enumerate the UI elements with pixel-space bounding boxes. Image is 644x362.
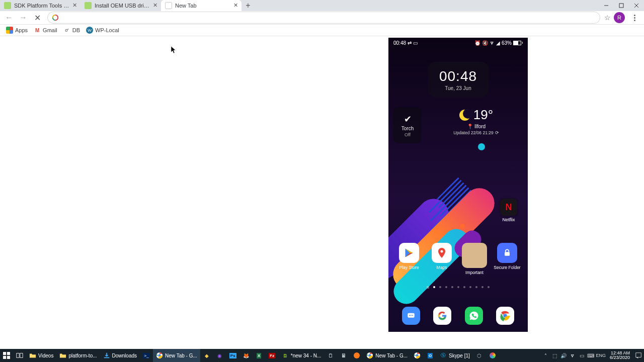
bookmarks-bar: Apps MGmail σ'DB WWP-Local <box>0 25 644 36</box>
netflix-app[interactable]: N Netflix <box>497 199 521 222</box>
back-button[interactable]: ← <box>3 12 15 24</box>
page-dot[interactable] <box>463 286 465 288</box>
dock-chrome[interactable] <box>496 307 514 325</box>
action-center-icon[interactable] <box>634 351 643 360</box>
forward-button[interactable]: → <box>17 12 29 24</box>
taskbar-clock[interactable]: 12:48 AM 6/23/2020 <box>607 351 633 360</box>
tray-lang[interactable]: ENG <box>596 351 606 359</box>
taskbar-item-dl[interactable]: Downloads <box>100 349 140 362</box>
taskbar-item-note[interactable]: 🗒 <box>324 349 337 362</box>
taskbar-item-folder[interactable]: Videos <box>26 349 56 362</box>
gmail-icon: M <box>34 27 41 34</box>
taskbar-item-fz[interactable]: Fz <box>266 349 279 362</box>
wp-bookmark[interactable]: WWP-Local <box>83 27 122 34</box>
wifi-icon: ⛛ <box>490 40 495 46</box>
tray-volume-icon[interactable]: 🔊 <box>559 351 568 359</box>
android-icon <box>4 2 11 9</box>
taskbar-item-chrome[interactable]: New Tab - G... <box>363 349 411 362</box>
excel-icon: X <box>256 352 263 359</box>
taskbar-item-diamond[interactable]: ◆ <box>200 349 213 362</box>
gmail-bookmark[interactable]: MGmail <box>31 27 60 34</box>
taskbar-item-chrome[interactable] <box>411 349 424 362</box>
bookmark-star-icon[interactable]: ☆ <box>604 14 611 22</box>
close-tab-icon[interactable]: ✕ <box>152 2 158 8</box>
page-dot[interactable] <box>475 286 477 288</box>
taskbar-item-taskview[interactable] <box>13 349 26 362</box>
page-dot[interactable] <box>433 286 435 288</box>
svg-rect-1 <box>619 4 623 8</box>
app-label: Important <box>465 270 484 275</box>
apps-shortcut[interactable]: Apps <box>3 27 31 34</box>
omnibox[interactable] <box>47 12 600 24</box>
page-dot[interactable] <box>445 286 447 288</box>
taskbar-item-folder[interactable]: platform-to... <box>56 349 100 362</box>
maximize-button[interactable] <box>614 0 629 11</box>
page-dot[interactable] <box>439 286 441 288</box>
weather-widget[interactable]: 19° 📍Ilford Updated 22/06 21:29⟳ <box>430 107 523 135</box>
taskbar-item-calc[interactable]: 🖩 <box>337 349 350 362</box>
alarm-icon: ⏰ <box>474 40 480 46</box>
app-label: Secure Folder <box>494 265 520 270</box>
clock-time: 00:48 <box>439 68 477 84</box>
address-input[interactable] <box>62 14 596 22</box>
chrome-menu-icon[interactable] <box>630 15 639 21</box>
new-tab-button[interactable]: + <box>242 0 255 11</box>
dock-google[interactable] <box>433 307 451 325</box>
db-bookmark[interactable]: σ'DB <box>60 27 83 34</box>
taskbar-label: Skype [1] <box>449 353 470 358</box>
maps-app[interactable]: Maps <box>430 243 454 275</box>
phone-status-bar: 00:48 ⇄ ▭ ⏰ 🔇 ⛛ ◢ 63% <box>388 38 528 48</box>
profile-avatar[interactable]: R <box>614 12 625 23</box>
taskbar-item-outlook[interactable]: O <box>424 349 437 362</box>
taskbar-item-figma[interactable]: ◉ <box>213 349 226 362</box>
taskbar-item-skype[interactable]: ⓈSkype [1] <box>437 349 473 362</box>
chrome-icon <box>366 352 373 359</box>
torch-icon: ✔ <box>404 114 412 125</box>
page-dot[interactable] <box>488 286 490 288</box>
firefox-icon: 🦊 <box>243 352 250 359</box>
folder-icon <box>59 352 66 359</box>
taskbar-item-chrome[interactable]: New Tab - G... <box>153 349 200 362</box>
svg-point-10 <box>412 315 413 316</box>
page-dot[interactable] <box>451 286 453 288</box>
taskbar-item-cube[interactable]: ⬡ <box>473 349 486 362</box>
weather-temp: 19° <box>473 107 493 123</box>
dock-whatsapp[interactable] <box>465 307 483 325</box>
page-indicator[interactable] <box>388 286 528 289</box>
dock-messages[interactable] <box>402 307 420 325</box>
taskbar-item-resolve[interactable] <box>486 349 499 362</box>
tray-chevron-up-icon[interactable]: ˄ <box>541 351 549 359</box>
taskbar-item-firefox[interactable]: 🦊 <box>239 349 253 362</box>
tray-network-icon[interactable]: ⛛ <box>569 351 577 359</box>
svg-rect-25 <box>636 353 641 357</box>
torch-widget[interactable]: ✔ Torch Off <box>393 107 422 143</box>
page-dot[interactable] <box>427 286 429 289</box>
taskbar-item-npp[interactable]: 🗎*new 34 - N... <box>279 349 325 362</box>
taskbar-item-ps2[interactable]: Ps <box>226 349 239 362</box>
close-window-button[interactable] <box>629 0 644 11</box>
page-dot[interactable] <box>457 286 459 288</box>
win-icon <box>3 352 10 359</box>
page-dot[interactable] <box>481 286 484 288</box>
stop-reload-button[interactable]: ✕ <box>31 12 43 24</box>
taskbar-item-win[interactable] <box>0 349 13 362</box>
close-tab-icon[interactable]: ✕ <box>71 2 77 8</box>
minimize-button[interactable] <box>599 0 614 11</box>
tray-battery-icon[interactable]: ▭ <box>578 351 586 359</box>
taskbar-item-excel[interactable]: X <box>253 349 266 362</box>
secure-folder-app[interactable]: Secure Folder <box>495 243 519 275</box>
tray-keyboard-icon[interactable]: ⌨ <box>587 351 595 359</box>
tab-newtab[interactable]: New Tab ✕ <box>161 0 242 11</box>
tab-title: New Tab <box>175 3 231 9</box>
tray-icon[interactable]: ⬚ <box>550 351 558 359</box>
location-pin-icon: 📍 <box>467 124 473 129</box>
taskbar-item-orange[interactable] <box>350 349 363 362</box>
taskbar-item-ps[interactable]: >_ <box>140 349 153 362</box>
close-tab-icon[interactable]: ✕ <box>232 2 238 8</box>
play-store-app[interactable]: Play Store <box>397 243 421 275</box>
important-folder[interactable]: Important <box>462 243 487 275</box>
page-dot[interactable] <box>469 286 471 288</box>
tab-sdk[interactable]: SDK Platform Tools release notes ✕ <box>0 0 80 11</box>
clock-widget[interactable]: 00:48 Tue, 23 Jun <box>428 62 489 97</box>
tab-usb[interactable]: Install OEM USB drivers | Android ✕ <box>80 0 161 11</box>
